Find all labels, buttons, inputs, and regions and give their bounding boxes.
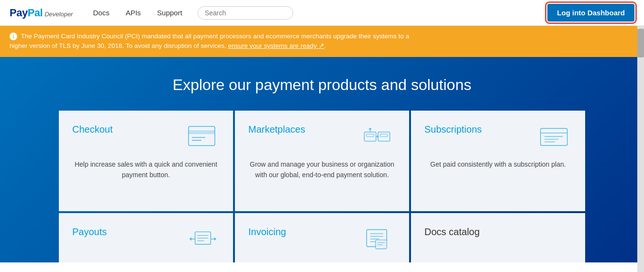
card-checkout-desc: Help increase sales with a quick and con… <box>72 159 220 181</box>
brand: PayPal Developer <box>10 7 73 19</box>
pay-text: Pay <box>10 7 28 19</box>
card-subscriptions-title: Subscriptions <box>424 124 482 135</box>
scrollbar-thumb[interactable] <box>637 29 644 57</box>
card-payouts[interactable]: Payouts <box>59 213 233 262</box>
pal-text: Pal <box>28 7 43 19</box>
checkout-icon <box>186 124 220 150</box>
nav-support[interactable]: Support <box>151 6 188 20</box>
cards-grid-bottom: Payouts Invoicing <box>59 213 585 262</box>
info-icon: i <box>10 33 17 40</box>
card-subscriptions-header: Subscriptions <box>424 124 572 150</box>
alert-text-2: higher version of TLS by June 30, 2018. … <box>10 42 226 49</box>
card-checkout-title: Checkout <box>72 124 113 135</box>
card-marketplaces-header: Marketplaces <box>248 124 396 150</box>
nav-links: Docs APIs Support <box>87 6 188 20</box>
card-payouts-title: Payouts <box>72 227 107 238</box>
payouts-icon <box>186 227 220 253</box>
login-button[interactable]: Log into Dashboard <box>547 4 634 22</box>
card-invoicing-title: Invoicing <box>248 227 286 238</box>
navbar: PayPal Developer Docs APIs Support Log i… <box>0 0 644 26</box>
svg-marker-22 <box>189 237 191 240</box>
svg-marker-11 <box>368 127 372 129</box>
svg-rect-30 <box>376 239 387 249</box>
alert-link[interactable]: ensure your systems are ready ↗ <box>228 42 324 49</box>
card-marketplaces[interactable]: Marketplaces Grow and manage your busine… <box>235 111 409 211</box>
nav-apis[interactable]: APIs <box>120 6 147 20</box>
subscriptions-icon <box>538 124 572 150</box>
card-marketplaces-desc: Grow and manage your business or organiz… <box>248 159 396 181</box>
hero-title: Explore our payment products and solutio… <box>10 76 634 94</box>
card-checkout[interactable]: Checkout Help increase sales with a quic… <box>59 111 233 211</box>
card-docs-catalog[interactable]: Docs catalog <box>411 213 585 262</box>
card-marketplaces-title: Marketplaces <box>248 124 305 135</box>
card-docs-catalog-header: Docs catalog <box>424 227 572 238</box>
card-docs-catalog-title: Docs catalog <box>424 227 480 238</box>
card-subscriptions-desc: Get paid consistently with a subscriptio… <box>424 159 572 170</box>
paypal-wordmark: PayPal <box>10 7 43 19</box>
hero-section: Explore our payment products and solutio… <box>0 57 644 262</box>
invoicing-icon <box>362 227 396 253</box>
search-input[interactable] <box>198 6 293 20</box>
svg-rect-0 <box>189 126 215 146</box>
cards-grid: Checkout Help increase sales with a quic… <box>59 111 585 211</box>
developer-label: Developer <box>44 11 73 18</box>
card-invoicing-header: Invoicing <box>248 227 396 253</box>
svg-rect-7 <box>380 134 388 136</box>
svg-marker-24 <box>214 237 216 240</box>
svg-rect-5 <box>366 134 374 136</box>
card-payouts-header: Payouts <box>72 227 220 253</box>
card-invoicing[interactable]: Invoicing <box>235 213 409 262</box>
navbar-right: Log into Dashboard <box>547 4 634 22</box>
card-subscriptions[interactable]: Subscriptions Get paid consistently with… <box>411 111 585 211</box>
marketplaces-icon <box>362 124 396 150</box>
card-checkout-header: Checkout <box>72 124 220 150</box>
alert-text-1: The Payment Card Industry Council (PCI) … <box>21 33 410 40</box>
svg-rect-12 <box>541 128 567 145</box>
svg-rect-1 <box>189 130 215 134</box>
nav-docs[interactable]: Docs <box>87 6 115 20</box>
alert-banner: i The Payment Card Industry Council (PCI… <box>0 26 644 57</box>
scrollbar[interactable] <box>637 0 644 262</box>
paypal-logo: PayPal Developer <box>10 7 73 19</box>
